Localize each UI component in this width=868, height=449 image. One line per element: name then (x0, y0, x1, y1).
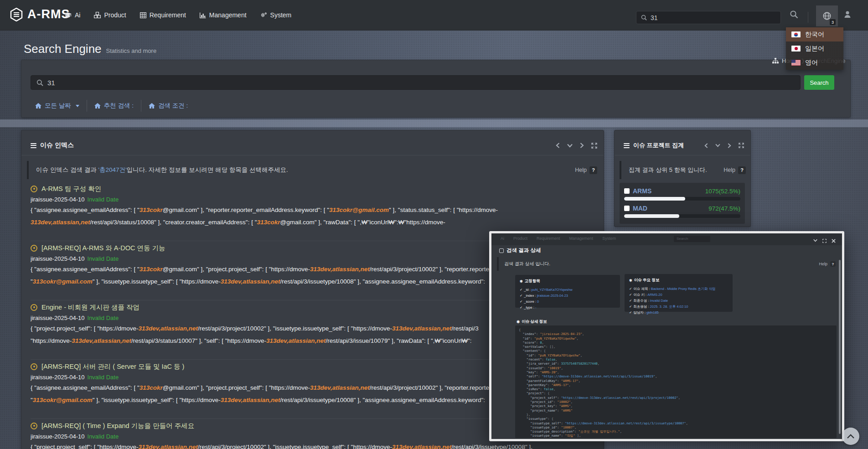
nav-search-input[interactable]: 31 (636, 11, 781, 24)
issue-date-status: Invalid Date (88, 315, 119, 321)
expand-icon[interactable] (591, 143, 597, 149)
chevron-up-icon (847, 434, 854, 439)
modal-message: 검색 결과 상세 입니다. (504, 261, 550, 267)
issue-index-title: 이슈 인덱스 (40, 141, 74, 150)
issue-type-icon (31, 423, 37, 429)
app-logo[interactable]: A-RMS (10, 7, 70, 21)
help-question-icon[interactable]: ? (589, 166, 597, 174)
nav-item-system[interactable]: System (260, 11, 292, 19)
issue-date-status: Invalid Date (88, 196, 119, 203)
issue-detail-json[interactable]: { "index": "jiraissue-2025-04-23", "id":… (515, 325, 837, 438)
flag-jp-icon (791, 46, 801, 52)
modal-ghost-nav-item: Management (569, 236, 594, 241)
page-header: Search Engine Statistics and more (24, 42, 156, 56)
modal-ghost-nav-item: Requirement (537, 236, 560, 241)
help-question-icon[interactable]: ? (738, 166, 746, 174)
list-icon (31, 143, 36, 148)
agg-progress-track (624, 197, 740, 201)
search-filter-1[interactable]: 추천 검색 : (87, 102, 141, 110)
panel-controls (556, 143, 597, 149)
help-accent-bar (497, 257, 499, 271)
search-icon-button[interactable] (790, 10, 798, 19)
modal-ghost-nav-item: Ai (501, 236, 504, 241)
list-icon (624, 143, 630, 148)
language-count-badge: 3 (830, 19, 836, 25)
issue-type-icon (31, 186, 37, 192)
nav-item-management[interactable]: Management (200, 11, 247, 19)
navbar: A-RMS AiProductRequirementManagementSyst… (0, 0, 868, 30)
check-icon: ✓ (629, 304, 632, 309)
search-button[interactable]: Search (804, 75, 834, 90)
help-badge: Help ? (575, 166, 597, 174)
issue-title[interactable]: A-RMS 팀 구성 확인 (31, 184, 594, 193)
result-count: '총2047건' (98, 166, 127, 173)
checkbox[interactable] (624, 206, 630, 211)
chevron-down-icon[interactable] (715, 144, 720, 147)
user-icon-button[interactable] (843, 10, 852, 18)
logo-hexagon-icon (10, 8, 23, 21)
check-icon: ✓ (629, 287, 632, 291)
chevron-left-icon[interactable] (704, 143, 708, 148)
nav-item-requirement[interactable]: Requirement (140, 11, 186, 19)
flag-kr-icon (791, 31, 801, 37)
agg-project-value: 972(47.5%) (708, 205, 740, 212)
check-icon: ✓ (520, 294, 522, 298)
lang-item-jp[interactable]: 일본어 (786, 41, 843, 56)
expand-icon[interactable] (739, 143, 744, 148)
project-agg-panel: 이슈 프로젝트 집계 집계 결과 상위 5 항목 입니다. Help ? ARM… (614, 130, 751, 227)
issue-date-status: Invalid Date (88, 255, 119, 262)
agg-row-arms: ARMS1075(52.5%) (624, 187, 740, 195)
collapse-icon[interactable] (813, 239, 817, 243)
lang-item-kr[interactable]: 한국어 (786, 27, 843, 41)
issue-date-status: Invalid Date (88, 433, 119, 440)
agg-project-label[interactable]: ARMS (633, 187, 651, 195)
divider-band (0, 119, 868, 127)
nav-item-ai[interactable]: Ai (64, 11, 80, 19)
search-icon (641, 15, 647, 21)
modal-ghost-search: Search (674, 236, 710, 242)
issue-type-icon (31, 304, 37, 311)
help-accent-bar (27, 161, 29, 179)
chevron-right-icon[interactable] (580, 143, 584, 148)
modal-scrollbar[interactable] (839, 260, 841, 434)
issue-date-status: Invalid Date (88, 374, 119, 381)
nav-search-value: 31 (651, 14, 658, 21)
agg-project-label[interactable]: MAD (633, 205, 647, 212)
chevron-right-icon[interactable] (728, 143, 731, 148)
fixed-fields-box: ✱고정항목 ✓_id : puN_YZYBaKa7OYiqwshw✓_index… (515, 275, 620, 308)
caret-down-icon (76, 105, 79, 107)
home-icon (35, 103, 41, 108)
window-icon (499, 248, 504, 253)
flag-us-icon (791, 60, 801, 66)
asterisk-icon: ✱ (629, 279, 632, 283)
agg-project-value: 1075(52.5%) (705, 188, 740, 195)
check-icon: ✓ (629, 310, 632, 315)
scroll-to-top-button[interactable] (842, 428, 859, 445)
home-icon (149, 103, 155, 108)
page-subtitle: Statistics and more (106, 47, 157, 54)
expand-icon[interactable] (822, 239, 827, 243)
search-filter-0[interactable]: 모든 날짜 (31, 102, 87, 110)
project-agg-header: 이슈 프로젝트 집계 (615, 130, 750, 155)
modal-ghost-nav-item: System (602, 236, 616, 241)
page-title: Search Engine (24, 42, 102, 56)
lang-item-us[interactable]: 영어 (786, 56, 843, 70)
checkbox[interactable] (624, 188, 630, 194)
issue-index-message: 이슈 인덱스 검색 결과 '총2047건'입니다. 자세한 정보를 보시려면 해… (36, 166, 288, 174)
project-agg-title: 이슈 프로젝트 집계 (633, 141, 684, 150)
graduation-cap-icon (64, 12, 72, 18)
chevron-down-icon[interactable] (567, 144, 573, 148)
check-icon: ✓ (520, 299, 522, 304)
modal-field-row: ✓_score : 0 (520, 299, 615, 304)
check-icon: ✓ (629, 299, 632, 303)
cubes-icon (94, 12, 101, 18)
help-question-icon[interactable]: ? (830, 261, 836, 267)
nav-item-product[interactable]: Product (94, 11, 126, 19)
search-filter-2[interactable]: 검색 조건 : (141, 102, 195, 110)
close-icon[interactable] (832, 239, 836, 243)
search-query-input[interactable]: 31 (31, 75, 801, 90)
chevron-left-icon[interactable] (556, 143, 560, 148)
issue-index-header: 이슈 인덱스 (21, 130, 604, 155)
cogs-icon (260, 12, 267, 18)
table-icon (140, 12, 146, 18)
